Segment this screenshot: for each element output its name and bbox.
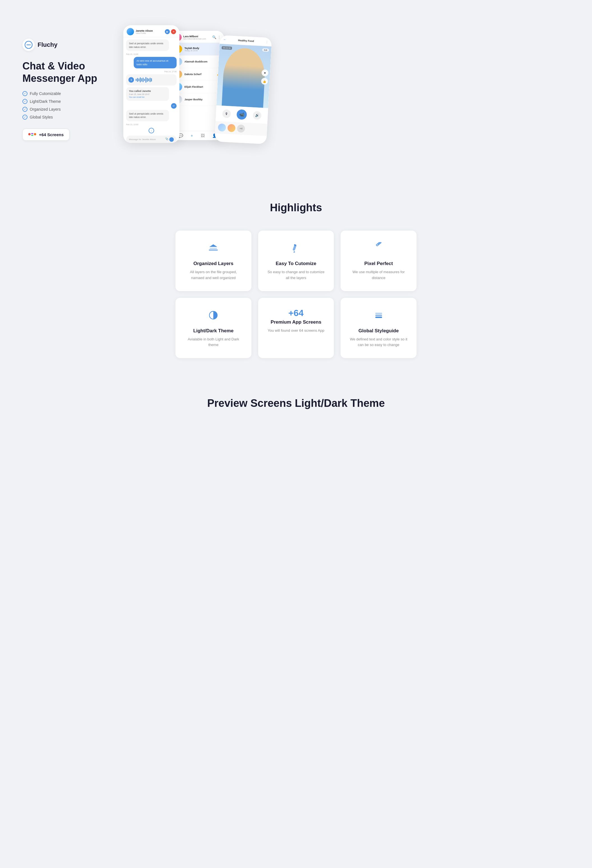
screens-badge[interactable]: +64 Screens	[22, 128, 70, 141]
svg-marker-8	[293, 251, 295, 253]
card-title: Light/Dark Theme	[183, 328, 244, 334]
phone-mockups-area: Janette Alison View Profile ▶ ✕	[118, 17, 570, 162]
layers-icon	[206, 241, 221, 255]
user-email: lara.milboni@domain.com	[183, 38, 206, 40]
premium-number: +64	[266, 308, 326, 318]
svg-rect-12	[379, 247, 380, 248]
hero-left-panel: Fluchy Chat & Video Messenger App ✓ Full…	[22, 39, 101, 140]
msg-time: Feb 14, 17:00	[126, 71, 176, 72]
download-btn[interactable]: ↓	[149, 128, 154, 133]
image-nav-icon[interactable]: 🖼	[201, 133, 205, 138]
highlight-card-premium-screens: +64 Premium App Screens You will found o…	[258, 298, 334, 358]
active-chat-name: Teylah Body	[185, 47, 199, 50]
svg-rect-17	[375, 314, 382, 316]
badge-label: +64 Screens	[39, 132, 64, 137]
thumb-control[interactable]: 👍	[261, 78, 268, 85]
feature-item: ✓ Organized Layers	[22, 107, 101, 112]
edit-btn[interactable]: Edit	[262, 48, 269, 52]
hero-section: Fluchy Chat & Video Messenger App ✓ Full…	[0, 0, 592, 185]
check-icon: ✓	[22, 107, 28, 112]
search-icon[interactable]: 🔍	[212, 35, 216, 39]
highlight-card-easy-customize: Easy To Cutomize So easy to change and t…	[258, 230, 334, 291]
phone-video-mockup: ← Healthy Food ⋮ 00:22:30 Edit ♥ 👍	[215, 35, 272, 144]
card-title: Organized Layers	[183, 261, 244, 266]
half-circle-icon	[206, 308, 221, 322]
check-icon: ✓	[22, 99, 28, 104]
message-bubble: You called Janette 3 am 15, June 28 13:4…	[126, 87, 169, 100]
more-avatars: +4	[237, 124, 245, 133]
preview-section: Preview Screens Light/Dark Theme	[0, 375, 592, 426]
video-timer: 00:22:30	[221, 46, 232, 50]
card-title: Global Styleguide	[348, 328, 409, 334]
contact-info: Elijah Fleckhart	[185, 86, 217, 88]
card-desc: So easy to change and to cutomize all th…	[266, 269, 326, 281]
card-desc: You will found over 64 screens App	[266, 328, 326, 334]
msg-time: Feb 13, 13:00	[126, 124, 176, 125]
logo-icon	[22, 39, 35, 51]
card-title: Pixel Perfect	[348, 261, 409, 266]
feature-item: ✓ Light/Dark Theme	[22, 99, 101, 104]
layers2-icon	[371, 308, 386, 322]
video-call-btn[interactable]: ▶	[165, 29, 170, 34]
card-title: Premium App Screens	[266, 319, 326, 325]
contact-info: Alannah Buddicom	[185, 60, 217, 63]
back-icon[interactable]: ←	[223, 38, 227, 42]
svg-rect-18	[375, 317, 382, 318]
logo-text: Fluchy	[37, 41, 58, 49]
svg-point-3	[30, 44, 31, 46]
more-icon[interactable]: ⋮	[218, 35, 221, 39]
check-icon: ✓	[22, 91, 28, 96]
highlight-card-pixel-perfect: Pixel Perfect We use multiple of measure…	[340, 230, 416, 291]
feature-item: ✓ Fully Cutomizable	[22, 91, 101, 96]
thumbnail-avatar	[218, 124, 226, 132]
ruler-icon	[371, 241, 386, 255]
message-input[interactable]: Message for Janette Alison	[129, 138, 156, 141]
attach-icon[interactable]: 📎	[165, 137, 169, 142]
active-chat-time: Today, at 13:00	[185, 50, 199, 52]
svg-rect-5	[209, 249, 218, 251]
logo: Fluchy	[22, 39, 101, 51]
phone-main-mockup: Janette Alison View Profile ▶ ✕	[123, 25, 179, 143]
highlights-section: Highlights Organized Layers All layers o…	[0, 185, 592, 375]
msg-time: Feb 13, 13:00	[126, 53, 176, 55]
audio-wave	[136, 77, 152, 83]
hero-title: Chat & Video Messenger App	[22, 60, 101, 84]
highlights-grid: Organized Layers All layers on the file …	[176, 230, 416, 358]
avatar	[127, 28, 134, 35]
feature-item: ✓ Global Styles	[22, 115, 101, 120]
contact-name: Janette Alison	[136, 30, 153, 32]
call-btn[interactable]: ✕	[171, 29, 176, 34]
contact-info: Dakota Scherf	[185, 73, 215, 76]
video-btn[interactable]: 📹	[237, 109, 247, 120]
card-desc: We defined text and color style so it ca…	[348, 337, 409, 348]
svg-rect-4	[210, 248, 217, 249]
audio-play-btn[interactable]: ⏸	[129, 77, 134, 83]
speaker-btn[interactable]: 🔊	[253, 111, 262, 120]
more-icon[interactable]: ⋮	[265, 40, 268, 43]
svg-point-1	[27, 44, 28, 46]
features-list: ✓ Fully Cutomizable ✓ Light/Dark Theme ✓…	[22, 91, 101, 120]
highlight-card-global-styleguide: Global Styleguide We defined text and co…	[340, 298, 416, 358]
pencil-icon	[289, 241, 303, 255]
svg-marker-6	[209, 244, 217, 247]
message-bubble: Sed ut perspiciatis unde omnis iste natu…	[126, 110, 169, 121]
highlights-title: Highlights	[22, 202, 570, 214]
preview-title: Preview Screens Light/Dark Theme	[22, 397, 570, 409]
contact-info: Jasper Bushby	[185, 98, 215, 101]
card-desc: All layers on the file grouped, namaed a…	[183, 269, 244, 281]
svg-point-2	[28, 44, 29, 46]
card-title: Easy To Cutomize	[266, 261, 326, 266]
contact-sub: View Profile	[136, 32, 153, 34]
thumbnail-avatar	[227, 124, 235, 132]
card-desc: We use multiple of measures for distance	[348, 269, 409, 281]
recall-btn[interactable]: ↩	[171, 103, 176, 109]
send-btn[interactable]	[169, 137, 174, 142]
add-nav-icon[interactable]: +	[191, 133, 193, 138]
message-bubble: Sed ut perspiciatis unde omnis iste natu…	[126, 40, 169, 51]
figma-icon	[28, 133, 36, 136]
mute-btn[interactable]: 🎙	[222, 109, 231, 118]
like-control[interactable]: ♥	[262, 69, 268, 76]
user-name: Lara Milboni	[183, 35, 206, 38]
highlight-card-organized-layers: Organized Layers All layers on the file …	[176, 230, 252, 291]
highlight-card-light-dark: Light/Dark Theme Avialable in both Light…	[176, 298, 252, 358]
